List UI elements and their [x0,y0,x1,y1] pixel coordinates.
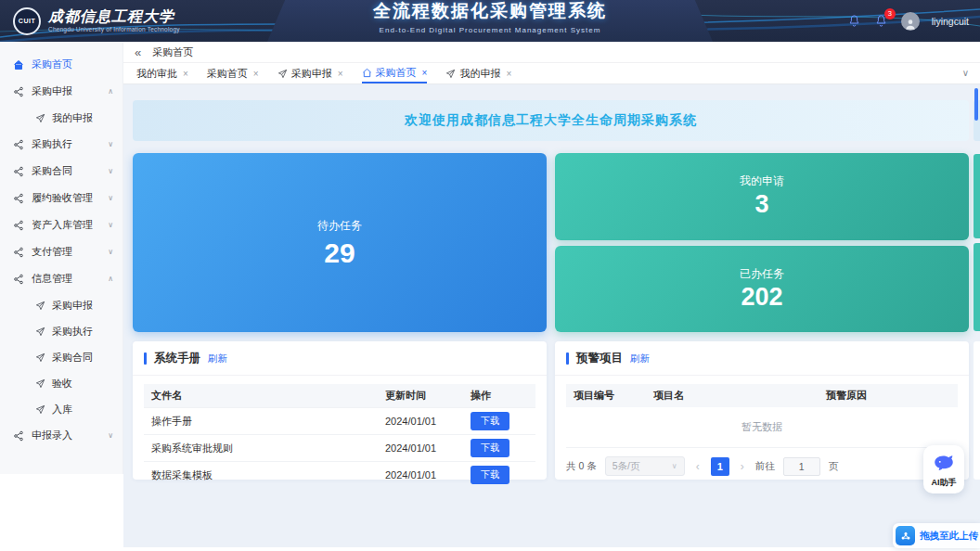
sidebar-item-info-procurement-execution[interactable]: 采购执行 [0,318,122,344]
chevron-up-icon: ∧ [108,275,113,283]
main-content: « 采购首页 我的审批 × 采购首页 × 采购申报 × [123,42,980,551]
close-icon[interactable]: × [183,69,188,79]
welcome-banner: 欢迎使用成都信息工程大学全生命周期采购系统 [133,100,969,141]
university-name-cn: 成都信息工程大学 [48,9,180,24]
sidebar-item-info-procurement-declare[interactable]: 采购申报 [0,292,122,318]
sidebar-item-label: 履约验收管理 [32,191,100,205]
close-icon[interactable]: × [506,69,511,79]
tab-procurement-home[interactable]: 采购首页 × [207,63,259,83]
accent-bar [566,352,569,365]
close-icon[interactable]: × [253,69,259,79]
sidebar-item-label: 资产入库管理 [32,218,100,232]
refresh-link[interactable]: 刷新 [208,352,227,365]
sidebar-item-payment-management[interactable]: 支付管理 ∨ [0,238,122,265]
notification-bell-icon[interactable]: 3 [874,14,889,29]
cell-updated-at: 2024/01/01 [378,408,463,435]
sidebar: 采购首页 采购申报 ∧ 我的申报 采购执行 ∨ [0,42,123,551]
tab-my-declaration[interactable]: 我的申报 × [445,63,511,83]
close-icon[interactable]: × [338,69,343,79]
university-name-en: Chengdu University of Information Techno… [48,26,180,32]
message-bell-icon[interactable] [847,14,862,29]
content-edge-sliver [974,243,980,331]
share-icon [13,166,24,177]
stat-value: 29 [324,237,355,268]
tab-my-approvals[interactable]: 我的审批 × [136,63,188,83]
notification-badge: 3 [884,8,896,19]
table-row: 操作手册 2024/01/01 下载 [144,408,535,435]
prev-page-button[interactable]: ‹ [693,460,703,473]
tab-procurement-declare[interactable]: 采购申报 × [277,63,343,83]
sidebar-item-label: 信息管理 [32,272,100,286]
chevron-up-icon: ∧ [108,87,113,96]
tab-label: 采购首页 [207,67,248,81]
panel-title: 预警项目 [576,351,623,366]
th-file-name: 文件名 [144,384,378,408]
share-icon [13,139,24,150]
chevron-down-icon: ∨ [108,221,113,229]
share-icon [13,274,24,285]
cell-file-name: 采购系统审批规则 [144,435,378,462]
user-avatar[interactable] [901,12,920,31]
sidebar-item-info-acceptance[interactable]: 验收 [0,370,122,396]
panels-row: 系统手册 刷新 文件名 更新时间 操作 [133,341,969,480]
ai-assistant-button[interactable]: AI助手 [923,445,964,493]
page-size-select[interactable]: 5条/页 ∨ [605,456,685,476]
home-icon [13,59,24,70]
sidebar-item-info-procurement-contract[interactable]: 采购合同 [0,344,122,370]
page-unit-label: 页 [829,460,839,473]
completed-tasks-card[interactable]: 已办任务 202 [555,246,969,333]
my-applications-card[interactable]: 我的申请 3 [555,153,969,240]
tab-overflow-chevron-icon[interactable]: ∨ [962,68,969,78]
sidebar-item-procurement-execution[interactable]: 采购执行 ∨ [0,131,122,158]
send-icon [35,327,45,337]
upload-cluster-icon [896,526,915,545]
accent-bar [144,352,147,365]
current-page-button[interactable]: 1 [711,457,729,476]
tab-label: 采购申报 [291,67,332,81]
header-actions: 3 liyingcuit [847,0,969,42]
pending-tasks-card[interactable]: 待办任务 29 [133,153,547,332]
sidebar-item-label: 采购合同 [32,164,100,178]
chevron-down-icon: ∨ [108,140,113,148]
empty-state-text: 暂无数据 [566,407,958,448]
cell-updated-at: 2024/01/01 [378,462,463,489]
panel-title: 系统手册 [154,351,200,366]
sidebar-item-information-management[interactable]: 信息管理 ∧ [0,265,122,292]
sidebar-item-label: 申报录入 [32,429,100,442]
tab-procurement-home-active[interactable]: 采购首页 × [362,63,428,83]
sidebar-item-label: 采购首页 [32,58,113,71]
upload-drop-bar[interactable]: 拖拽至此上传 [893,523,980,548]
sidebar-item-procurement-contract[interactable]: 采购合同 ∨ [0,158,122,185]
tab-label: 我的审批 [136,67,177,81]
sidebar-item-procurement-home[interactable]: 采购首页 [0,51,122,78]
next-page-button[interactable]: › [738,460,747,473]
sidebar-item-procurement-declare[interactable]: 采购申报 ∧ [0,78,122,105]
download-button[interactable]: 下载 [471,466,509,484]
sidebar-item-acceptance-management[interactable]: 履约验收管理 ∨ [0,185,122,211]
th-project-name: 项目名 [646,384,819,407]
sidebar-collapse-icon[interactable]: « [135,46,141,58]
goto-page-input[interactable] [783,457,820,476]
sidebar-item-label: 采购执行 [52,325,93,339]
app-header: CUIT 成都信息工程大学 Chengdu University of Info… [0,0,980,42]
sidebar-item-label: 采购合同 [52,351,93,365]
download-button[interactable]: 下载 [471,439,509,457]
vertical-scrollbar-thumb[interactable] [974,88,978,121]
whale-icon [932,451,956,475]
tab-label: 采购首页 [376,66,417,80]
stat-value: 3 [754,191,768,219]
dashboard-scroll-area: 欢迎使用成都信息工程大学全生命周期采购系统 待办任务 29 我的申请 3 已办任… [123,84,980,551]
download-button[interactable]: 下载 [471,412,509,430]
sidebar-item-info-storage[interactable]: 入库 [0,396,122,422]
sidebar-item-declaration-entry[interactable]: 申报录入 ∨ [0,422,122,449]
tab-label: 我的申报 [459,67,500,81]
breadcrumb: 采购首页 [152,45,193,59]
sidebar-item-asset-storage-management[interactable]: 资产入库管理 ∨ [0,211,122,238]
pagination: 共 0 条 5条/页 ∨ ‹ 1 › 前往 页 [566,456,958,476]
ai-assistant-label: AI助手 [932,477,957,489]
stat-cards-row: 待办任务 29 我的申请 3 已办任务 202 [133,153,969,332]
sidebar-item-my-declaration[interactable]: 我的申报 [0,105,122,131]
username[interactable]: liyingcuit [932,16,969,27]
refresh-link[interactable]: 刷新 [630,352,650,365]
close-icon[interactable]: × [422,68,428,78]
